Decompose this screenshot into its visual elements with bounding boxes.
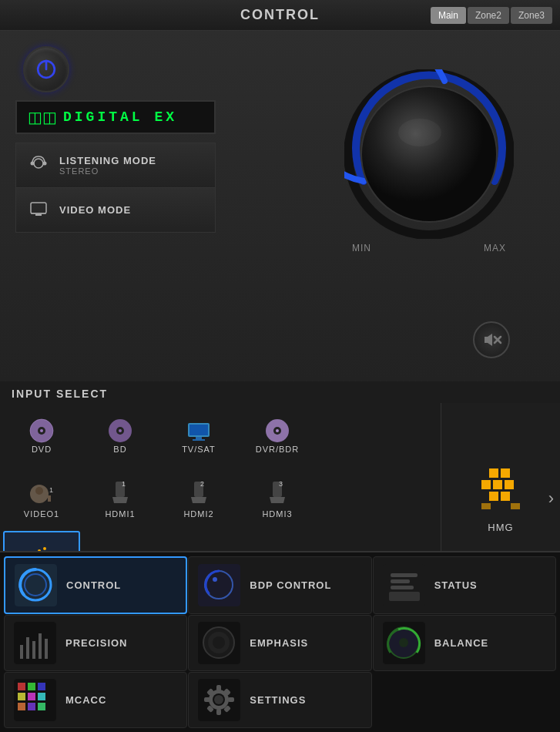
status-thumb <box>383 564 425 606</box>
emphasis-nav-icon <box>198 622 240 664</box>
nav-status[interactable]: STATUS <box>373 556 556 614</box>
input-tvsat[interactable]: TV/SAT <box>160 405 237 466</box>
svg-point-110 <box>214 695 223 704</box>
video1-label: VIDEO1 <box>24 509 59 519</box>
nav-control[interactable]: CONTROL <box>4 556 187 614</box>
video1-icon: 1 <box>28 478 55 506</box>
svg-rect-78 <box>26 637 29 659</box>
listening-icon <box>27 153 50 178</box>
input-row-2: 1 VIDEO1 1 HDMI1 <box>3 468 438 529</box>
dvrbdr-icon <box>263 417 291 445</box>
input-dvd[interactable]: DVD <box>3 405 80 466</box>
mode-buttons: LISTENING MODE STEREO VIDEO MODE <box>15 143 216 233</box>
power-icon <box>32 55 60 83</box>
precision-nav-icon <box>14 622 56 664</box>
svg-rect-98 <box>38 703 45 710</box>
hdmi1-icon: 1 <box>106 478 134 506</box>
svg-point-11 <box>398 119 441 146</box>
bottom-nav: CONTROL BDP CONTROL <box>0 551 560 732</box>
svg-rect-95 <box>38 693 45 700</box>
svg-rect-105 <box>228 697 234 702</box>
svg-rect-5 <box>31 203 46 213</box>
svg-text:1: 1 <box>122 480 126 488</box>
svg-point-85 <box>213 636 225 649</box>
balance-nav-label: BALANCE <box>434 637 489 649</box>
knob-max-label: MAX <box>484 243 506 254</box>
svg-rect-73 <box>391 579 410 583</box>
zone2-button[interactable]: Zone2 <box>468 7 509 24</box>
svg-rect-91 <box>28 683 35 690</box>
svg-rect-103 <box>216 709 221 715</box>
svg-rect-62 <box>501 492 510 501</box>
settings-nav-icon <box>198 679 240 721</box>
emphasis-thumb <box>198 622 240 664</box>
volume-knob[interactable] <box>344 69 514 239</box>
svg-rect-92 <box>38 683 45 690</box>
display-text: DIGITAL EX <box>63 109 177 125</box>
hdmi3-icon: 3 <box>263 478 291 506</box>
dvrbdr-label: DVR/BDR <box>256 445 300 454</box>
svg-rect-104 <box>204 697 210 702</box>
dvd-label: DVD <box>32 445 52 454</box>
listening-mode-button[interactable]: LISTENING MODE STEREO <box>16 143 215 188</box>
chevron-right-icon: › <box>548 489 554 509</box>
input-hdmi3[interactable]: 3 HDMI3 <box>239 468 316 529</box>
input-hdmi1[interactable]: 1 HDMI1 <box>82 468 159 529</box>
precision-thumb <box>14 622 56 664</box>
svg-marker-12 <box>485 334 492 346</box>
svg-rect-23 <box>189 425 208 435</box>
zone-buttons: Main Zone2 Zone3 <box>431 7 552 24</box>
nav-mcacc[interactable]: MCACC <box>4 672 187 728</box>
svg-rect-64 <box>511 503 520 509</box>
knob-labels: MIN MAX <box>352 243 506 254</box>
hdmi2-icon: 2 <box>185 478 213 506</box>
svg-rect-59 <box>493 480 502 489</box>
listening-mode-value: STEREO <box>59 166 99 176</box>
control-nav-icon <box>15 564 57 606</box>
svg-rect-79 <box>32 641 35 659</box>
knob-arc <box>344 69 514 239</box>
svg-rect-56 <box>489 468 498 478</box>
zone-main-button[interactable]: Main <box>431 7 466 24</box>
svg-rect-80 <box>39 633 42 659</box>
dvd-icon <box>28 417 55 445</box>
video1-icon-wrap: 1 <box>28 478 55 509</box>
tvsat-label: TV/SAT <box>182 445 216 454</box>
input-row-1: DVD BD TV <box>3 405 438 466</box>
emphasis-nav-label: EMPHASIS <box>250 637 308 649</box>
video-icon <box>27 197 50 223</box>
input-dvrbdr[interactable]: DVR/BDR <box>239 405 316 466</box>
svg-marker-37 <box>191 497 206 503</box>
nav-settings[interactable]: SETTINGS <box>188 672 371 728</box>
header-title: CONTROL <box>240 7 320 23</box>
nav-precision[interactable]: PRECISION <box>4 615 187 671</box>
svg-rect-94 <box>28 693 35 700</box>
svg-rect-31 <box>48 495 51 502</box>
svg-rect-58 <box>481 480 491 489</box>
tvsat-icon <box>185 417 213 445</box>
balance-thumb <box>383 622 425 664</box>
precision-nav-label: PRECISION <box>65 637 128 649</box>
svg-point-28 <box>276 429 279 432</box>
svg-marker-40 <box>270 497 285 503</box>
nav-bdp-control[interactable]: BDP CONTROL <box>188 556 371 614</box>
svg-point-17 <box>40 429 43 432</box>
video-mode-button[interactable]: VIDEO MODE <box>16 188 215 232</box>
nav-balance[interactable]: BALANCE <box>373 615 556 671</box>
svg-rect-102 <box>216 685 221 691</box>
hdmi2-icon-wrap: 2 <box>185 478 213 509</box>
input-video1[interactable]: 1 VIDEO1 <box>3 468 80 529</box>
svg-rect-77 <box>20 645 23 659</box>
input-hdmi2[interactable]: 2 HDMI2 <box>160 468 237 529</box>
svg-point-4 <box>43 162 47 166</box>
bdp-thumb <box>198 564 240 606</box>
svg-rect-90 <box>18 683 25 690</box>
power-button[interactable] <box>23 46 69 92</box>
zone3-button[interactable]: Zone3 <box>511 7 552 24</box>
hmg-label: HMG <box>488 522 513 533</box>
mute-button[interactable] <box>473 321 510 358</box>
input-bd[interactable]: BD <box>82 405 159 466</box>
svg-point-21 <box>119 429 122 432</box>
svg-rect-93 <box>18 693 25 700</box>
nav-emphasis[interactable]: EMPHASIS <box>188 615 371 671</box>
